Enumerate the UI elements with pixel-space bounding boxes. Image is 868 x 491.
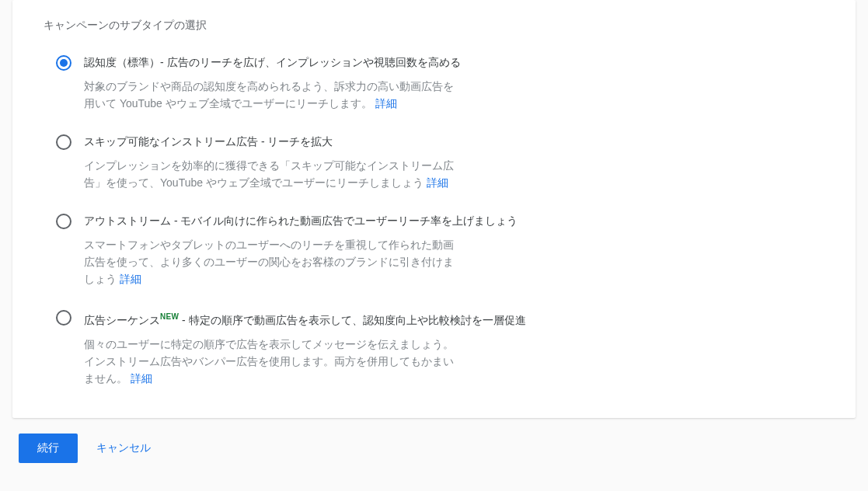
details-link[interactable]: 詳細 [375, 97, 397, 110]
details-link[interactable]: 詳細 [120, 273, 141, 285]
option-title: 認知度（標準）- 広告のリーチを広げ、インプレッションや視聴回数を高める [84, 54, 824, 70]
option-awareness[interactable]: 認知度（標準）- 広告のリーチを広げ、インプレッションや視聴回数を高める 対象の… [56, 54, 824, 112]
option-desc-text: 対象のブランドや商品の認知度を高められるよう、訴求力の高い動画広告を用いて Yo… [84, 80, 454, 110]
option-title: アウトストリーム - モバイル向けに作られた動画広告でユーザーリーチ率を上げまし… [84, 213, 824, 228]
subtype-card: キャンペーンのサブタイプの選択 認知度（標準）- 広告のリーチを広げ、インプレッ… [12, 0, 856, 418]
option-desc-text: インプレッションを効率的に獲得できる「スキップ可能なインストリーム広告」を使って… [84, 159, 454, 189]
radio-icon[interactable] [56, 134, 71, 150]
option-desc: スマートフォンやタブレットのユーザーへのリーチを重視して作られた動画広告を使って… [84, 236, 457, 287]
option-title-pre: 広告シーケンス [84, 314, 160, 326]
option-outstream[interactable]: アウトストリーム - モバイル向けに作られた動画広告でユーザーリーチ率を上げまし… [56, 213, 824, 287]
continue-button[interactable]: 続行 [19, 434, 78, 463]
option-title: 広告シーケンスNEW - 特定の順序で動画広告を表示して、認知度向上や比較検討を… [84, 309, 824, 328]
option-title-post: - 特定の順序で動画広告を表示して、認知度向上や比較検討を一層促進 [179, 314, 525, 326]
section-title: キャンペーンのサブタイプの選択 [44, 19, 824, 33]
option-body: 認知度（標準）- 広告のリーチを広げ、インプレッションや視聴回数を高める 対象の… [84, 54, 824, 112]
cancel-button[interactable]: キャンセル [96, 441, 151, 455]
details-link[interactable]: 詳細 [131, 372, 152, 385]
option-desc: 対象のブランドや商品の認知度を高められるよう、訴求力の高い動画広告を用いて Yo… [84, 78, 457, 112]
option-body: アウトストリーム - モバイル向けに作られた動画広告でユーザーリーチ率を上げまし… [84, 213, 824, 287]
option-desc: 個々のユーザーに特定の順序で広告を表示してメッセージを伝えましょう。インストリー… [84, 336, 457, 387]
new-badge: NEW [160, 312, 179, 321]
details-link[interactable]: 詳細 [427, 176, 448, 189]
option-skippable[interactable]: スキップ可能なインストリーム広告 - リーチを拡大 インプレッションを効率的に獲… [56, 134, 824, 191]
option-body: 広告シーケンスNEW - 特定の順序で動画広告を表示して、認知度向上や比較検討を… [84, 309, 824, 387]
footer: 続行 キャンセル [0, 418, 868, 479]
radio-icon[interactable] [56, 310, 71, 326]
radio-icon[interactable] [56, 214, 71, 229]
option-ad-sequence[interactable]: 広告シーケンスNEW - 特定の順序で動画広告を表示して、認知度向上や比較検討を… [56, 309, 824, 387]
option-title: スキップ可能なインストリーム広告 - リーチを拡大 [84, 134, 824, 149]
option-body: スキップ可能なインストリーム広告 - リーチを拡大 インプレッションを効率的に獲… [84, 134, 824, 191]
radio-icon[interactable] [56, 55, 71, 71]
option-desc: インプレッションを効率的に獲得できる「スキップ可能なインストリーム広告」を使って… [84, 157, 457, 191]
